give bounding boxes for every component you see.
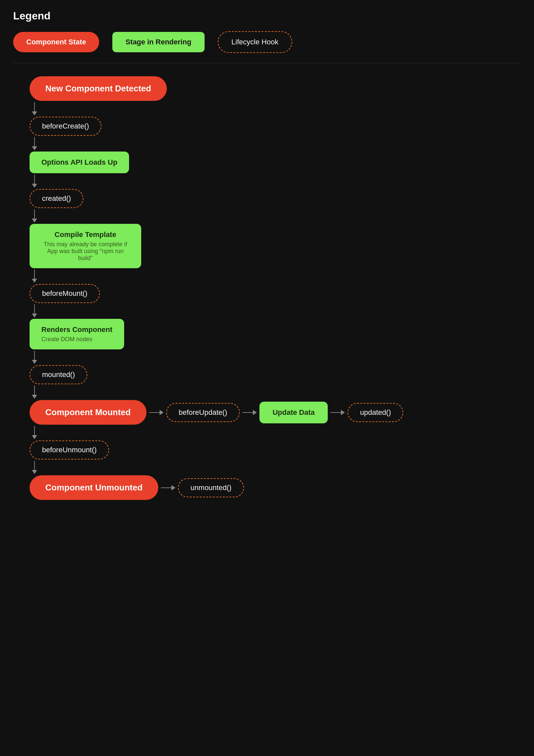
arrow-9 [30, 426, 39, 439]
compile-template-sub: This may already be complete if App was … [41, 241, 129, 262]
renders-component-title: Renders Component [41, 325, 112, 334]
arrow-4 [30, 209, 39, 223]
legend-title: Legend [13, 10, 521, 22]
divider [13, 63, 521, 63]
before-unmount-node: beforeUnmount() [30, 441, 109, 460]
mounted-row: Component Mounted beforeUpdate() Update … [30, 400, 403, 425]
arrow-right-4 [161, 485, 175, 490]
arrow-6 [30, 304, 39, 317]
created-node: created() [30, 189, 84, 208]
update-data-node: Update Data [260, 402, 328, 423]
legend-state-box: Component State [13, 32, 99, 52]
arrow-8 [30, 386, 39, 399]
legend-items: Component State Stage in Rendering Lifec… [13, 31, 521, 53]
before-update-node: beforeUpdate() [166, 403, 240, 422]
arrow-10 [30, 461, 39, 474]
updated-node: updated() [347, 403, 403, 422]
arrow-3 [30, 175, 39, 188]
component-unmounted-node: Component Unmounted [30, 475, 158, 500]
mounted-fn-node: mounted() [30, 365, 88, 384]
legend-section: Legend Component State Stage in Renderin… [13, 10, 521, 53]
arrow-2 [30, 137, 39, 150]
unmounted-row: Component Unmounted unmounted() [30, 475, 244, 500]
arrow-right-2 [242, 410, 257, 415]
arrow-right-1 [149, 410, 164, 415]
component-mounted-node: Component Mounted [30, 400, 146, 425]
compile-template-title: Compile Template [41, 230, 129, 239]
flowchart: New Component Detected beforeCreate() Op… [13, 76, 521, 500]
arrow-right-3 [330, 410, 345, 415]
arrow-5 [30, 270, 39, 283]
compile-template-node: Compile Template This may already be com… [30, 224, 141, 268]
new-component-node: New Component Detected [30, 76, 167, 101]
legend-stage-box: Stage in Rendering [112, 32, 204, 52]
renders-component-sub: Create DOM nodes [41, 336, 112, 343]
renders-component-node: Renders Component Create DOM nodes [30, 319, 124, 349]
arrow-7 [30, 351, 39, 364]
unmounted-node: unmounted() [178, 478, 244, 497]
options-api-node: Options API Loads Up [30, 151, 129, 173]
arrow-1 [30, 102, 39, 115]
legend-hook-box: Lifecycle Hook [218, 31, 292, 53]
before-create-node: beforeCreate() [30, 117, 101, 136]
before-mount-node: beforeMount() [30, 284, 100, 303]
